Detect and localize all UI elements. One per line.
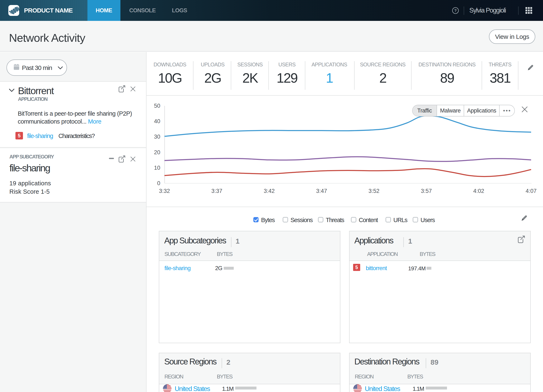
svg-text:3:57: 3:57 [421,188,432,194]
svg-text:3:32: 3:32 [159,188,170,194]
svg-text:20: 20 [154,149,160,155]
svg-text:3:37: 3:37 [211,188,222,194]
svg-text:3:52: 3:52 [368,188,380,194]
svg-text:?: ? [454,8,457,13]
svg-text:4:02: 4:02 [473,188,484,194]
svg-text:30: 30 [154,134,160,140]
svg-text:50: 50 [154,103,160,109]
svg-text:10: 10 [154,165,160,171]
svg-text:40: 40 [154,118,160,125]
svg-text:4:07: 4:07 [526,188,537,194]
svg-text:3:47: 3:47 [316,188,327,194]
svg-text:0: 0 [157,180,160,186]
svg-text:3:42: 3:42 [264,188,275,194]
